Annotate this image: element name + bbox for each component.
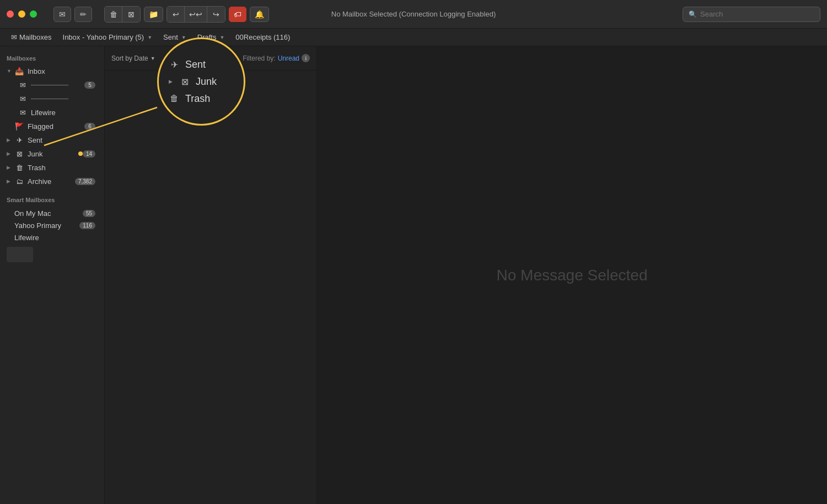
sidebar-item-inbox-sub1[interactable]: ✉ ──────── 5: [2, 78, 102, 91]
main-layout: Mailboxes ▼ 📥 Inbox ✉ ──────── 5 ✉ ─────…: [0, 46, 827, 504]
inbox-icon: 📥: [14, 66, 24, 76]
favbar-inbox-yahoo[interactable]: Inbox - Yahoo Primary (5) ▼: [58, 32, 157, 42]
junk-dot-indicator: [78, 151, 83, 156]
search-input[interactable]: [700, 10, 814, 18]
filter-info: Filtered by: Unread ℹ: [243, 54, 310, 62]
sort-by-date-button[interactable]: Sort by Date ▼: [111, 55, 155, 62]
sidebar-item-inbox[interactable]: ▼ 📥 Inbox: [2, 64, 102, 78]
close-button[interactable]: [7, 10, 14, 18]
preview-panel: No Message Selected: [317, 46, 827, 504]
sidebar-item-yahoo[interactable]: Yahoo Primary 116: [2, 220, 102, 231]
no-message-label: No Message Selected: [497, 267, 648, 284]
email-list-panel: Sort by Date ▼ Filtered by: Unread ℹ: [105, 46, 317, 504]
email-icon: ✉: [18, 94, 28, 104]
sidebar-item-lifewire-section[interactable]: Lifewire: [2, 232, 102, 243]
filter-unread-link[interactable]: Unread: [278, 55, 299, 62]
trash-icon: 🗑: [14, 162, 24, 172]
email-icon: ✉: [18, 80, 28, 90]
window-controls: [7, 10, 37, 18]
search-bar[interactable]: 🔍: [683, 7, 820, 22]
sidebar-item-inbox-sub2[interactable]: ✉ ────────: [2, 92, 102, 105]
mailboxes-icon: ✉: [11, 33, 17, 41]
archive-delete-button[interactable]: ⊠: [122, 7, 140, 22]
chevron-down-icon: ▼: [151, 56, 155, 61]
notify-button[interactable]: 🔔: [250, 7, 269, 22]
reply-group: ↩ ↩↩ ↪: [167, 6, 225, 23]
sidebar-item-trash[interactable]: ▶ 🗑 Trash: [2, 161, 102, 174]
chevron-right-icon: ▶: [7, 178, 13, 184]
forward-button[interactable]: ↪: [207, 7, 225, 22]
favbar-receipts[interactable]: 00Receipts (116): [231, 32, 294, 42]
chevron-down-icon: ▼: [147, 35, 152, 40]
chevron-right-icon: ▶: [7, 151, 13, 156]
sidebar-item-archive[interactable]: ▶ 🗂 Archive 7,382: [2, 175, 102, 188]
reply-button[interactable]: ↩: [167, 7, 185, 22]
favbar-drafts[interactable]: Drafts ▼: [193, 32, 229, 42]
chevron-down-icon: ▼: [7, 68, 13, 74]
delete-button[interactable]: 🗑: [105, 7, 122, 22]
favbar-sent[interactable]: Sent ▼: [159, 32, 191, 42]
favbar-mailboxes[interactable]: ✉ Mailboxes: [7, 32, 56, 42]
search-icon: 🔍: [689, 10, 697, 18]
chevron-down-icon: ▼: [219, 35, 224, 40]
compose-button[interactable]: ✉: [53, 7, 71, 22]
smart-mailboxes-section: Smart Mailboxes: [0, 192, 104, 205]
favorites-bar: ✉ Mailboxes Inbox - Yahoo Primary (5) ▼ …: [0, 29, 827, 46]
email-list-header: Sort by Date ▼ Filtered by: Unread ℹ: [105, 46, 316, 71]
mailboxes-section-label: Mailboxes: [0, 51, 104, 64]
new-message-button[interactable]: ✏: [74, 7, 92, 22]
archive-icon: 🗂: [14, 176, 24, 186]
chevron-right-icon: ▶: [7, 165, 13, 170]
toolbar: ✉ ✏ 🗑 ⊠ 📁 ↩ ↩↩ ↪ 🏷 🔔: [53, 6, 269, 23]
minimize-button[interactable]: [18, 10, 25, 18]
sidebar: Mailboxes ▼ 📥 Inbox ✉ ──────── 5 ✉ ─────…: [0, 46, 105, 504]
filter-info-icon[interactable]: ℹ: [302, 54, 310, 62]
chevron-down-icon: ▼: [181, 35, 186, 40]
sent-icon: ✈: [14, 135, 24, 145]
lifewire-thumbnail: [7, 247, 33, 262]
junk-icon: ⊠: [14, 149, 24, 159]
sidebar-item-on-my-mac[interactable]: On My Mac 55: [2, 208, 102, 219]
email-icon: ✉: [18, 107, 28, 117]
window-title: No Mailbox Selected (Connection Logging …: [331, 10, 496, 18]
maximize-button[interactable]: [30, 10, 37, 18]
flagged-icon: 🚩: [14, 121, 24, 131]
sidebar-item-sent[interactable]: ▶ ✈ Sent: [2, 133, 102, 147]
chevron-right-icon: ▶: [7, 137, 13, 143]
reply-all-button[interactable]: ↩↩: [185, 7, 207, 22]
delete-group: 🗑 ⊠: [104, 6, 141, 23]
move-button[interactable]: 📁: [144, 7, 163, 22]
titlebar: ✉ ✏ 🗑 ⊠ 📁 ↩ ↩↩ ↪ 🏷 🔔 No Mailbox Selected…: [0, 0, 827, 29]
sidebar-item-lifewire[interactable]: ✉ Lifewire: [2, 106, 102, 119]
sidebar-item-flagged[interactable]: 🚩 Flagged 6: [2, 120, 102, 133]
sidebar-item-junk[interactable]: ▶ ⊠ Junk 14: [2, 147, 102, 160]
flag-button[interactable]: 🏷: [229, 7, 246, 22]
